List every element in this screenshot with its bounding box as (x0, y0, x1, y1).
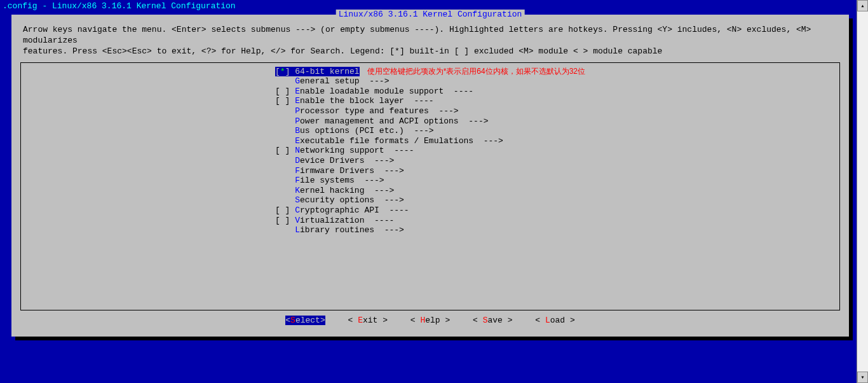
menu-item-label: xecutable file formats / Emulations ---> (300, 136, 503, 146)
hotkey-char: F (295, 176, 300, 185)
menu-item-label: irtualization ---- (300, 216, 394, 225)
menu-item[interactable]: Firmware Drivers ---> (275, 166, 839, 176)
terminal-screen: .config - Linux/x86 3.16.1 Kernel Config… (0, 0, 868, 383)
menu-item[interactable]: [ ] Virtualization ---- (275, 216, 839, 226)
menu-item[interactable]: Executable file formats / Emulations ---… (275, 136, 839, 146)
select-button[interactable]: <Select> (285, 316, 325, 325)
scroll-down-button[interactable]: ▾ (857, 372, 868, 383)
menu-item-label: ernel hacking ---> (300, 186, 394, 195)
menu-item[interactable]: [ ] Enable loadable module support ---- (275, 87, 839, 97)
menu-item-label: ibrary routines ---> (300, 225, 404, 235)
annotation-text: 使用空格键把此项改为*表示启用64位内核，如果不选默认为32位 (367, 67, 585, 76)
menu-item[interactable]: General setup ---> (275, 76, 839, 87)
menu-item[interactable]: [*] 64-bit kernel使用空格键把此项改为*表示启用64位内核，如果… (275, 67, 839, 77)
menu-item-label: ile systems ---> (300, 176, 384, 185)
hotkey-char: C (295, 205, 300, 215)
hotkey-char: B (295, 126, 300, 136)
exit-button[interactable]: < Exit > (348, 316, 388, 325)
menu-item-label: irmware Drivers ---> (300, 166, 404, 176)
menu-list: [*] 64-bit kernel使用空格键把此项改为*表示启用64位内核，如果… (21, 67, 839, 235)
save-button[interactable]: < Save > (473, 316, 512, 325)
menu-item-label: rocessor type and features ---> (300, 106, 459, 116)
menu-item[interactable]: Library routines ---> (275, 225, 839, 235)
hotkey-char: L (295, 225, 300, 235)
hotkey-char: P (295, 116, 300, 126)
menu-item[interactable]: [ ] Cryptographic API ---- (275, 205, 839, 216)
menu-item-label: etworking support ---- (300, 146, 414, 155)
hotkey-char: K (295, 186, 300, 195)
help-line-2: features. Press <Esc><Esc> to exit, <?> … (23, 46, 837, 57)
hotkey-char: D (295, 156, 300, 165)
menu-item-label: evice Drivers ---> (300, 156, 394, 165)
menu-item-label: ryptographic API ---- (300, 205, 409, 215)
menu-item[interactable]: Bus options (PCI etc.) ---> (275, 126, 839, 136)
menu-item[interactable]: Kernel hacking ---> (275, 186, 839, 196)
menu-frame: [*] 64-bit kernel使用空格键把此项改为*表示启用64位内核，如果… (20, 62, 840, 310)
menu-item[interactable]: Device Drivers ---> (275, 156, 839, 166)
menu-item[interactable]: File systems ---> (275, 176, 839, 186)
hotkey-char: E (295, 136, 300, 146)
hotkey-char: V (295, 216, 300, 225)
menu-item[interactable]: Power management and ACPI options ---> (275, 116, 839, 127)
main-panel: Linux/x86 3.16.1 Kernel Configuration Ar… (11, 15, 849, 337)
menu-item-label: ower management and ACPI options ---> (300, 116, 488, 126)
scroll-up-button[interactable]: ▴ (857, 0, 868, 11)
menu-item-label: ecurity options ---> (300, 195, 404, 205)
hotkey-char: G (295, 76, 300, 86)
panel-title: Linux/x86 3.16.1 Kernel Configuration (336, 10, 525, 19)
menu-item[interactable]: [ ] Enable the block layer ---- (275, 96, 839, 106)
button-bar: <Select> < Exit > < Help > < Save > < Lo… (20, 310, 840, 328)
hotkey-char: P (295, 106, 300, 116)
menu-item[interactable]: Security options ---> (275, 195, 839, 205)
help-button[interactable]: < Help > (410, 316, 450, 325)
scrollbar[interactable]: ▴ ▾ (857, 0, 868, 383)
hotkey-char: F (295, 166, 300, 176)
menu-item-label: us options (PCI etc.) ---> (300, 126, 434, 136)
hotkey-char: E (295, 96, 300, 106)
hotkey-char: E (295, 87, 300, 96)
help-text: Arrow keys navigate the menu. <Enter> se… (20, 24, 840, 62)
hotkey-char: S (295, 195, 300, 205)
menu-item-label: nable loadable module support ---- (300, 87, 473, 96)
menu-item[interactable]: Processor type and features ---> (275, 106, 839, 116)
menu-item-label: nable the block layer ---- (300, 96, 434, 106)
hotkey-char: N (295, 146, 300, 155)
menu-item-label: eneral setup ---> (300, 76, 389, 86)
menu-item[interactable]: [ ] Networking support ---- (275, 146, 839, 156)
load-button[interactable]: < Load > (535, 316, 574, 325)
help-line-1: Arrow keys navigate the menu. <Enter> se… (23, 25, 837, 46)
